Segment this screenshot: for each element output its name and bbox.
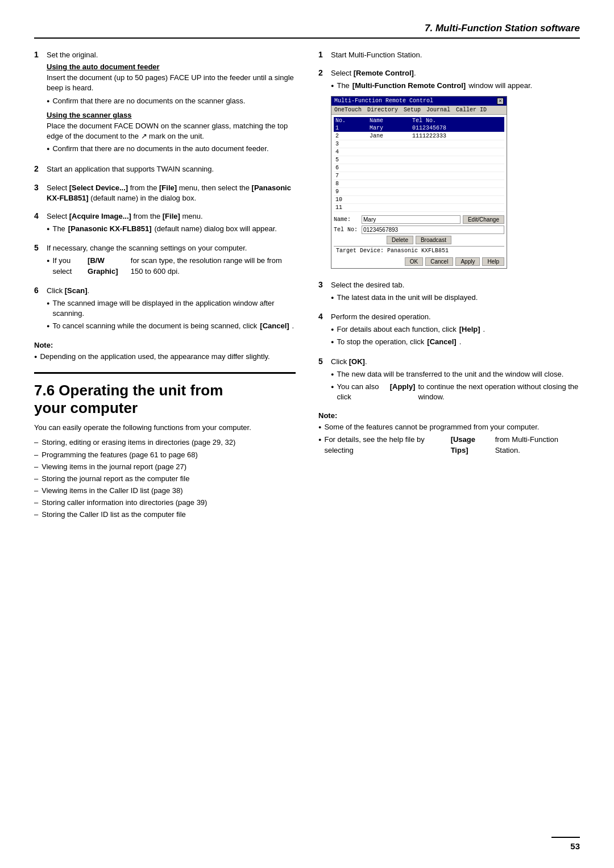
telno-input[interactable] [362, 226, 504, 234]
list-item: To cancel scanning while the document is… [47, 321, 296, 331]
list-item: The [Panasonic KX-FLB851] (default name)… [47, 224, 296, 234]
step-content: Start an application that supports TWAIN… [47, 164, 296, 177]
chapter-title: 7. Multi-Function Station software [425, 23, 580, 34]
edit-change-button[interactable]: Edit/Change [463, 215, 504, 224]
table-row[interactable]: 10 [334, 195, 504, 203]
table-row[interactable]: 4 [334, 148, 504, 156]
step-number: 4 [34, 211, 43, 220]
menu-setup[interactable]: Setup [404, 107, 421, 113]
right-column: 1 Start Multi-Function Station. 2 Select… [318, 50, 580, 524]
list-item: The [Multi-Function Remote Control] wind… [331, 81, 580, 91]
cell-no: 10 [334, 195, 368, 203]
table-row[interactable]: 7 [334, 172, 504, 180]
cell-name [368, 156, 410, 164]
sub-section-body: Insert the document (up to 50 pages) FAC… [47, 73, 296, 93]
broadcast-button[interactable]: Broadcast [416, 236, 451, 244]
cell-tel [410, 140, 504, 148]
step-number: 3 [34, 183, 43, 192]
step-3: 3 Select [Select Device...] from the [Fi… [34, 183, 296, 206]
step-content: Select [Acquire Image...] from the [File… [47, 211, 296, 237]
sub-section-scanner-glass: Using the scanner glass Place the docume… [47, 111, 296, 155]
cell-no: 2 [334, 132, 368, 140]
table-row[interactable]: 2 Jane 1111222333 [334, 132, 504, 140]
telno-field-row: Tel No: [334, 226, 504, 234]
list-item: The scanned image will be displayed in t… [47, 298, 296, 319]
cell-no: 3 [334, 140, 368, 148]
delete-button[interactable]: Delete [387, 236, 413, 244]
sub-section-title: Using the auto document feeder [47, 62, 296, 71]
window-title: Multi-Function Remote Control [334, 98, 433, 104]
cell-tel: 0112345678 [410, 124, 504, 132]
list-item: Depending on the application used, the a… [34, 352, 296, 362]
bullet-list: Confirm that there are no documents in t… [47, 144, 296, 154]
list-item: For details about each function, click [… [331, 324, 580, 335]
step-4: 4 Select [Acquire Image...] from the [Fi… [34, 211, 296, 237]
table-row[interactable]: 5 [334, 156, 504, 164]
window-titlebar: Multi-Function Remote Control ✕ [331, 97, 507, 106]
list-item: Some of the features cannot be programme… [318, 422, 580, 432]
table-row[interactable]: 8 [334, 180, 504, 187]
step-text: Select [Acquire Image...] from the [File… [47, 211, 296, 222]
cell-name [368, 148, 410, 156]
sub-section-body: Place the document FACE DOWN on the scan… [47, 121, 296, 141]
list-item: Storing caller information into director… [34, 498, 296, 508]
step-text: Start an application that supports TWAIN… [47, 164, 296, 174]
step-content: Set the original. Using the auto documen… [47, 50, 296, 158]
table-row[interactable]: 11 [334, 203, 504, 211]
right-step-2: 2 Select [Remote Control]. The [Multi-Fu… [318, 68, 580, 274]
cell-tel [410, 180, 504, 187]
name-label: Name: [334, 216, 359, 223]
section-intro: You can easily operate the following fun… [34, 423, 296, 433]
menu-journal[interactable]: Journal [426, 107, 450, 113]
step-content: Click [OK]. The new data will be transfe… [331, 357, 580, 406]
cell-tel [410, 203, 504, 211]
step-text: Select [Remote Control]. [331, 68, 580, 78]
note-block: Note: Depending on the application used,… [34, 341, 296, 362]
menu-directory[interactable]: Directory [367, 107, 398, 113]
step-content: Select [Select Device...] from the [File… [47, 183, 296, 206]
step-number: 5 [34, 243, 43, 252]
table-row[interactable]: 9 [334, 187, 504, 195]
note-bullet-list: Depending on the application used, the a… [34, 352, 296, 362]
cancel-button[interactable]: Cancel [425, 257, 453, 266]
step-text: If necessary, change the scanning settin… [47, 243, 296, 253]
step-number: 1 [318, 50, 327, 59]
ok-button[interactable]: OK [405, 257, 423, 266]
list-item: Storing the journal report as the comput… [34, 474, 296, 484]
list-item: To stop the operation, click [Cancel]. [331, 337, 580, 347]
cell-tel [410, 148, 504, 156]
cell-name: Jane [368, 132, 410, 140]
name-input[interactable] [362, 215, 460, 224]
table-row[interactable]: 3 [334, 140, 504, 148]
menu-callerid[interactable]: Caller ID [456, 107, 487, 113]
step-content: Perform the desired operation. For detai… [331, 312, 580, 351]
page: 7. Multi-Function Station software 1 Set… [0, 0, 614, 868]
bullet-list: The scanned image will be displayed in t… [47, 298, 296, 332]
list-item: Viewing items in the journal report (pag… [34, 462, 296, 472]
help-button[interactable]: Help [482, 257, 504, 266]
step-text: Set the original. [47, 50, 296, 60]
table-row[interactable]: 6 [334, 164, 504, 172]
cell-no: 8 [334, 180, 368, 187]
page-number: 53 [551, 837, 580, 851]
step-number: 2 [318, 68, 327, 77]
cell-name [368, 172, 410, 180]
step-2: 2 Start an application that supports TWA… [34, 164, 296, 177]
main-content: 1 Set the original. Using the auto docum… [34, 50, 580, 524]
step-text: Select [Select Device...] from the [File… [47, 183, 296, 203]
list-item: The new data will be transferred to the … [331, 369, 580, 379]
list-item: Confirm that there are no documents on t… [47, 96, 296, 106]
step-text: Click [Scan]. [47, 286, 296, 296]
menu-onetouch[interactable]: OneTouch [334, 107, 362, 113]
table-row[interactable]: 1 Mary 0112345678 [334, 124, 504, 132]
bullet-list: For details about each function, click [… [331, 324, 580, 347]
cell-tel: 1111222333 [410, 132, 504, 140]
left-column: 1 Set the original. Using the auto docum… [34, 50, 296, 524]
close-icon[interactable]: ✕ [497, 98, 504, 105]
cell-name [368, 203, 410, 211]
apply-button[interactable]: Apply [455, 257, 480, 266]
note-title: Note: [34, 341, 296, 349]
bullet-list: The new data will be transferred to the … [331, 369, 580, 403]
list-item: For details, see the help file by select… [318, 435, 580, 455]
screenshot-window: Multi-Function Remote Control ✕ OneTouch… [331, 96, 507, 269]
